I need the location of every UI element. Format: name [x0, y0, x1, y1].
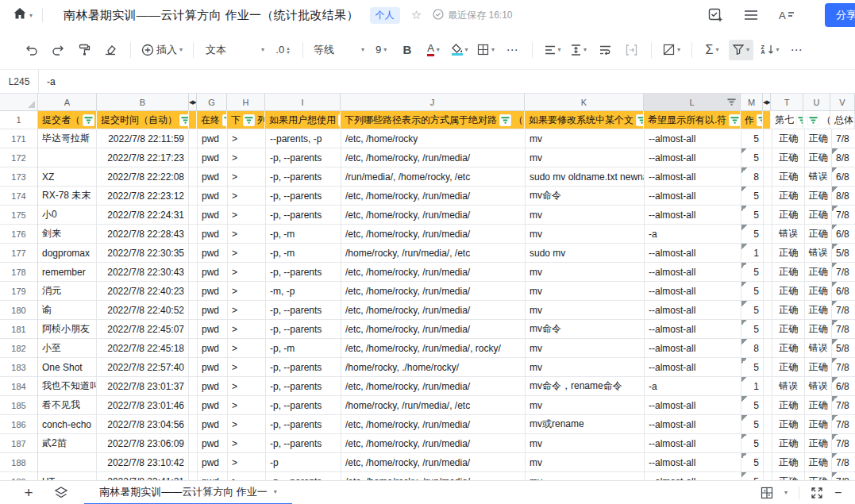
hidden-columns-cell[interactable]	[764, 339, 772, 358]
cell-V186[interactable]: 7/8	[832, 415, 855, 434]
cell-T173[interactable]: 正确	[772, 167, 805, 187]
row-header-172[interactable]: 172	[0, 148, 38, 167]
hidden-columns-cell[interactable]	[189, 415, 198, 434]
cell-M179[interactable]: 5	[741, 282, 764, 301]
cell-I171[interactable]: --parents, -p	[266, 129, 341, 148]
hidden-columns-cell[interactable]	[764, 282, 772, 301]
column-header-M[interactable]: M	[741, 94, 763, 111]
cell-J175[interactable]: /etc, /home/rocky, /run/media/	[341, 206, 526, 225]
cell-G178[interactable]: pwd	[198, 263, 228, 282]
column-header-T[interactable]: T	[771, 94, 803, 111]
cell-G173[interactable]: pwd	[198, 167, 228, 187]
hidden-columns-cell[interactable]	[189, 434, 198, 453]
cell-I177[interactable]: -p, -m	[266, 244, 341, 263]
cell-B186[interactable]: 2022/7/8 23:04:56	[97, 415, 189, 434]
cell-M180[interactable]: 5	[741, 301, 764, 320]
cell-M189[interactable]: 5	[741, 472, 764, 480]
hidden-columns-cell[interactable]	[189, 129, 198, 148]
column-header-V[interactable]: V	[830, 94, 855, 111]
undo-icon[interactable]	[22, 40, 41, 60]
cell-M173[interactable]: 8	[741, 167, 764, 187]
cell-M182[interactable]: 8	[741, 339, 764, 358]
cell-H173[interactable]: >	[228, 167, 266, 187]
cell-B184[interactable]: 2022/7/8 23:01:37	[97, 377, 189, 396]
view-mode-button[interactable]	[761, 487, 773, 499]
cell-G176[interactable]: pwd	[198, 225, 228, 244]
hidden-columns-cell[interactable]	[764, 358, 772, 377]
cell-K186[interactable]: mv或rename	[526, 415, 645, 434]
cell-J188[interactable]: /etc, /home/rocky, /run/media/	[341, 453, 526, 472]
home-button[interactable]: ▾	[13, 7, 33, 23]
filter-icon[interactable]	[83, 114, 94, 126]
cell-A183[interactable]: One Shot	[38, 358, 97, 377]
cell-J174[interactable]: /etc, /home/rocky, /run/media/	[341, 187, 526, 206]
cell-K179[interactable]: mv	[526, 282, 645, 301]
cell-V179[interactable]: 6/8	[832, 282, 855, 301]
select-all-corner[interactable]	[0, 94, 38, 111]
cell-H176[interactable]: >	[228, 225, 266, 244]
cell-A184[interactable]: 我也不知道叫	[38, 377, 97, 396]
cell-K185[interactable]: mv	[526, 396, 645, 415]
cell-M178[interactable]: 5	[741, 263, 764, 282]
cell-B188[interactable]: 2022/7/8 23:10:42	[97, 453, 189, 472]
cell-G175[interactable]: pwd	[198, 206, 228, 225]
question-cell-M[interactable]: 作（	[741, 111, 763, 129]
cell-K178[interactable]: mv	[526, 263, 645, 282]
hidden-columns-cell[interactable]	[189, 206, 198, 225]
cell-V178[interactable]: 7/8	[832, 263, 855, 282]
row-header-174[interactable]: 174	[0, 187, 38, 206]
question-cell-L[interactable]: 希望显示所有以.符（	[644, 111, 741, 129]
cell-I172[interactable]: -p, --parents	[266, 148, 341, 167]
filter-icon[interactable]	[243, 114, 255, 126]
cell-U185[interactable]: 正确	[805, 396, 832, 415]
cell-B177[interactable]: 2022/7/8 22:30:35	[97, 244, 189, 263]
insert-button[interactable]: 插入 ▾	[141, 40, 183, 60]
hidden-columns-cell[interactable]	[764, 148, 772, 167]
cell-H185[interactable]: >	[228, 396, 266, 415]
cell-H179[interactable]: >	[228, 282, 266, 301]
cell-K177[interactable]: sudo mv	[526, 244, 645, 263]
cell-T171[interactable]: 正确	[772, 129, 805, 148]
cell-T176[interactable]: 错误	[772, 225, 805, 244]
cell-B173[interactable]: 2022/7/8 22:22:08	[97, 167, 189, 187]
row-header-189[interactable]: 189	[0, 472, 38, 480]
hidden-columns-cell[interactable]	[764, 187, 772, 206]
cell-M184[interactable]: 1	[741, 377, 764, 396]
cell-U175[interactable]: 正确	[805, 206, 832, 225]
text-wrap-icon[interactable]	[595, 40, 614, 60]
cell-T172[interactable]: 正确	[772, 148, 805, 167]
filter-icon[interactable]	[636, 114, 644, 126]
filter-icon[interactable]	[729, 114, 741, 126]
cell-K189[interactable]: mv	[526, 472, 645, 480]
borders-button[interactable]: ▾	[476, 40, 495, 60]
cell-M185[interactable]: 5	[741, 396, 764, 415]
hidden-columns-cell[interactable]	[764, 396, 772, 415]
cell-H172[interactable]: >	[228, 148, 266, 167]
cell-T189[interactable]: 正确	[772, 472, 805, 480]
cell-G179[interactable]: pwd	[198, 282, 228, 301]
sort-button[interactable]: ZA ▾	[761, 40, 780, 60]
cell-A187[interactable]: 貳2苗	[38, 434, 97, 453]
hidden-columns-cell[interactable]	[189, 225, 198, 244]
cell-A172[interactable]	[38, 148, 97, 167]
row-header-179[interactable]: 179	[0, 282, 38, 301]
cell-I179[interactable]: -m, -p	[266, 282, 341, 301]
question-cell-J[interactable]: 下列哪些路径表示的方式属于绝对路（	[341, 111, 525, 129]
cell-B176[interactable]: 2022/7/8 22:28:43	[97, 225, 189, 244]
formula-input[interactable]: -a	[39, 70, 56, 93]
cell-B189[interactable]: 2022/7/8 23:41:21	[97, 472, 189, 480]
cell-K176[interactable]: mv	[526, 225, 645, 244]
cell-G171[interactable]: pwd	[198, 129, 228, 148]
cell-H188[interactable]: >	[228, 453, 266, 472]
cell-V180[interactable]: 7/8	[832, 301, 855, 320]
cell-K172[interactable]: mv	[526, 148, 645, 167]
display-settings-icon[interactable]: A	[779, 10, 795, 21]
cell-A185[interactable]: 看不见我	[38, 396, 97, 415]
hidden-columns-cell[interactable]	[764, 472, 772, 480]
cell-B180[interactable]: 2022/7/8 22:40:52	[97, 301, 189, 320]
cell-L183[interactable]: --almost-all	[645, 358, 741, 377]
column-header-G[interactable]: G	[197, 94, 227, 111]
hidden-columns-cell[interactable]	[189, 167, 198, 187]
cell-A182[interactable]: 小至	[38, 339, 97, 358]
column-header-I[interactable]: I	[265, 94, 341, 111]
